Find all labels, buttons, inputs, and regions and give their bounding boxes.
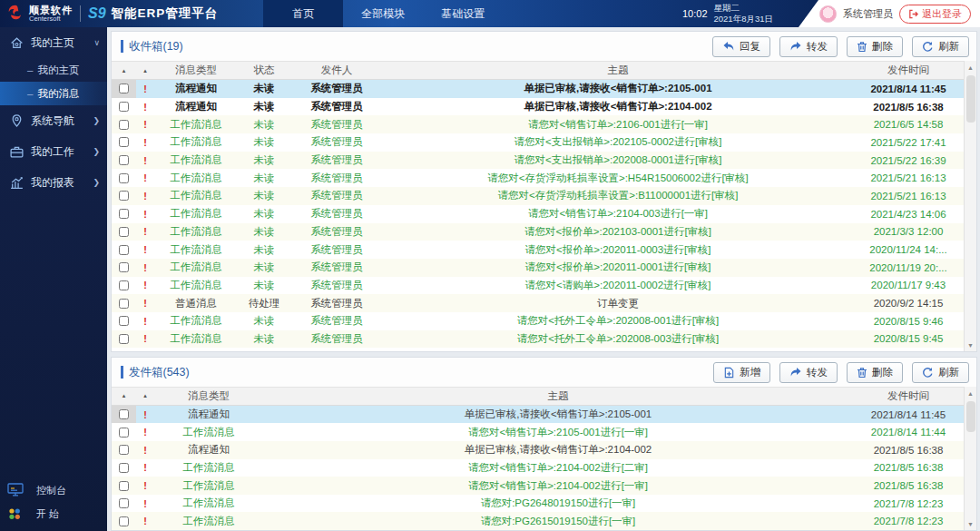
- scroll-down-icon[interactable]: ▼: [965, 339, 976, 351]
- table-row[interactable]: !工作流消息未读系统管理员请您对<销售订单>:2106-001进行[一审]202…: [112, 115, 964, 133]
- sidebar-subitem-0-0[interactable]: –我的主页: [0, 58, 107, 82]
- outbox-trash-button[interactable]: 删除: [847, 362, 903, 383]
- table-row[interactable]: !工作流消息未读系统管理员请您对<报价单>:202103-0001进行[审核]2…: [112, 223, 964, 241]
- inbox-scrollbar[interactable]: ▲ ▼: [964, 61, 976, 351]
- inbox-refresh-button[interactable]: 刷新: [912, 36, 969, 57]
- sidebar-item-1[interactable]: 系统导航 ❯: [0, 105, 107, 136]
- nav-tab-0[interactable]: 首页: [263, 0, 343, 27]
- row-checkbox[interactable]: [119, 428, 129, 438]
- table-row[interactable]: !工作流消息请您对<销售订单>:2104-002进行[二审]2021/8/5 1…: [112, 459, 964, 477]
- cell-time: 2021/8/5 16:38: [853, 480, 964, 491]
- priority-flag-icon: !: [143, 84, 147, 94]
- header-type[interactable]: 消息类型: [154, 389, 263, 403]
- cell-sender: 系统管理员: [290, 189, 383, 202]
- header-sender[interactable]: 发件人: [290, 64, 383, 77]
- inbox-forward-button[interactable]: 转发: [779, 36, 838, 57]
- header-type[interactable]: 消息类型: [154, 64, 238, 77]
- table-row[interactable]: !工作流消息未读系统管理员请您对<存货浮动耗损率设置>:B11000001进行[…: [112, 187, 964, 205]
- cell-type: 工作流消息: [154, 118, 238, 132]
- scroll-down-icon[interactable]: ▼: [965, 517, 976, 530]
- header-subject[interactable]: 主题: [383, 64, 853, 77]
- outbox-refresh-button[interactable]: 刷新: [912, 362, 969, 383]
- sort-icon: ▴: [143, 392, 147, 399]
- row-checkbox[interactable]: [119, 409, 129, 419]
- table-row[interactable]: !工作流消息请您对:PG2615019150进行[一审]2021/7/8 12:…: [112, 512, 964, 530]
- row-checkbox[interactable]: [119, 102, 129, 112]
- outbox-forward-button[interactable]: 转发: [779, 362, 838, 383]
- row-checkbox[interactable]: [119, 155, 129, 165]
- row-checkbox[interactable]: [119, 498, 129, 508]
- sidebar-subitem-0-1[interactable]: –我的消息: [0, 82, 107, 105]
- outbox-newdoc-button[interactable]: 新增: [713, 362, 770, 383]
- header-time[interactable]: 发件时间: [853, 389, 964, 403]
- nav-tab-1[interactable]: 全部模块: [343, 0, 423, 27]
- table-row[interactable]: !工作流消息请您对<销售订单>:2104-002进行[一审]2021/8/5 1…: [112, 477, 964, 495]
- sidebar-footer-start[interactable]: 开 始: [0, 502, 107, 526]
- header-check[interactable]: ▴: [112, 392, 136, 399]
- cell-time: 2021/8/5 16:38: [853, 445, 964, 456]
- sidebar-item-3[interactable]: 我的报表 ❯: [0, 167, 107, 198]
- table-row[interactable]: !工作流消息请您对:PG2648019150进行[一审]2021/7/8 12:…: [112, 495, 964, 513]
- sidebar-item-0[interactable]: 我的主页 ∨: [0, 27, 107, 58]
- table-row[interactable]: !工作流消息未读系统管理员请您对<支出报销单>:202008-0001进行[审核…: [112, 152, 964, 170]
- row-checkbox[interactable]: [119, 334, 129, 344]
- table-row[interactable]: !普通消息待处理系统管理员订单变更2020/9/2 14:15: [112, 294, 964, 312]
- row-checkbox[interactable]: [119, 120, 129, 130]
- scroll-thumb[interactable]: [966, 401, 975, 432]
- table-row[interactable]: !流程通知未读系统管理员单据已审核,请接收<销售订单>:2104-0022021…: [112, 98, 964, 116]
- header-flag[interactable]: ▴: [136, 392, 154, 399]
- outbox-scrollbar[interactable]: ▲ ▼: [964, 387, 976, 530]
- row-checkbox[interactable]: [119, 245, 129, 255]
- scroll-up-icon[interactable]: ▲: [965, 387, 976, 399]
- cell-flag: !: [136, 262, 154, 273]
- row-checkbox[interactable]: [119, 280, 129, 290]
- header-divider: [80, 5, 81, 22]
- header-check[interactable]: ▴: [112, 67, 136, 74]
- header-flag[interactable]: ▴: [136, 67, 154, 74]
- cell-flag: !: [136, 333, 154, 344]
- table-row[interactable]: !工作流消息未读系统管理员请您对<销售订单>:2104-003进行[一审]202…: [112, 205, 964, 223]
- table-row[interactable]: !流程通知单据已审核,请接收<销售订单>:2105-0012021/8/14 1…: [112, 406, 964, 424]
- row-checkbox[interactable]: [119, 299, 129, 309]
- logout-label: 退出登录: [922, 7, 962, 21]
- cell-status: 未读: [238, 261, 290, 274]
- cell-status: 未读: [238, 172, 290, 185]
- table-row[interactable]: !工作流消息未读系统管理员请您对<存货浮动耗损率设置>:H54R15006002…: [112, 169, 964, 187]
- table-header: ▴▴消息类型主题发件时间: [112, 387, 964, 406]
- table-row[interactable]: !工作流消息未读系统管理员请您对<请购单>:202011-0002进行[审核]2…: [112, 277, 964, 295]
- table-row[interactable]: !工作流消息未读系统管理员请您对<支出报销单>:202105-0002进行[审核…: [112, 133, 964, 152]
- header-time[interactable]: 发件时间: [853, 64, 964, 77]
- scroll-up-icon[interactable]: ▲: [965, 61, 976, 74]
- table-row[interactable]: !工作流消息未读系统管理员请您对<托外工令单>:202008-003进行[审核]…: [112, 330, 964, 349]
- header-status[interactable]: 状态: [238, 64, 290, 77]
- table-row[interactable]: !工作流消息请您对<销售订单>:2105-001进行[一审]2021/8/14 …: [112, 423, 964, 441]
- inbox-trash-button[interactable]: 删除: [847, 36, 903, 57]
- cell-status: 待处理: [238, 297, 290, 310]
- row-checkbox[interactable]: [119, 262, 129, 272]
- inbox-reply-button[interactable]: 回复: [712, 36, 770, 57]
- row-checkbox[interactable]: [119, 316, 129, 326]
- row-checkbox[interactable]: [119, 137, 129, 147]
- row-checkbox[interactable]: [119, 209, 129, 219]
- sidebar-footer-console[interactable]: 控制台: [0, 478, 107, 502]
- nav-tab-2[interactable]: 基础设置: [423, 0, 503, 27]
- priority-flag-icon: !: [143, 316, 147, 327]
- table-row[interactable]: !工作流消息未读系统管理员请您对<托外工令单>:202008-001进行[审核]…: [112, 312, 964, 330]
- header-subject[interactable]: 主题: [263, 389, 853, 403]
- row-checkbox[interactable]: [119, 445, 129, 455]
- row-checkbox[interactable]: [119, 191, 129, 201]
- row-checkbox[interactable]: [119, 227, 129, 237]
- table-row[interactable]: !工作流消息未读系统管理员请您对<报价单>:202011-0003进行[审核]2…: [112, 241, 964, 259]
- row-checkbox[interactable]: [119, 516, 129, 526]
- row-checkbox[interactable]: [119, 84, 129, 93]
- table-row[interactable]: !流程通知单据已审核,请接收<销售订单>:2104-0022021/8/5 16…: [112, 441, 964, 459]
- row-checkbox[interactable]: [119, 463, 129, 473]
- table-row[interactable]: !工作流消息未读系统管理员请您对<报价单>:202011-0001进行[审核]2…: [112, 259, 964, 277]
- row-checkbox[interactable]: [119, 481, 129, 491]
- logout-button[interactable]: 退出登录: [899, 5, 971, 24]
- table-row[interactable]: !流程通知未读系统管理员单据已审核,请接收<销售订单>:2105-0012021…: [112, 80, 964, 98]
- cell-type: 工作流消息: [154, 172, 238, 185]
- scroll-thumb[interactable]: [966, 75, 975, 123]
- row-checkbox[interactable]: [119, 173, 129, 183]
- sidebar-item-2[interactable]: 我的工作 ❯: [0, 136, 107, 167]
